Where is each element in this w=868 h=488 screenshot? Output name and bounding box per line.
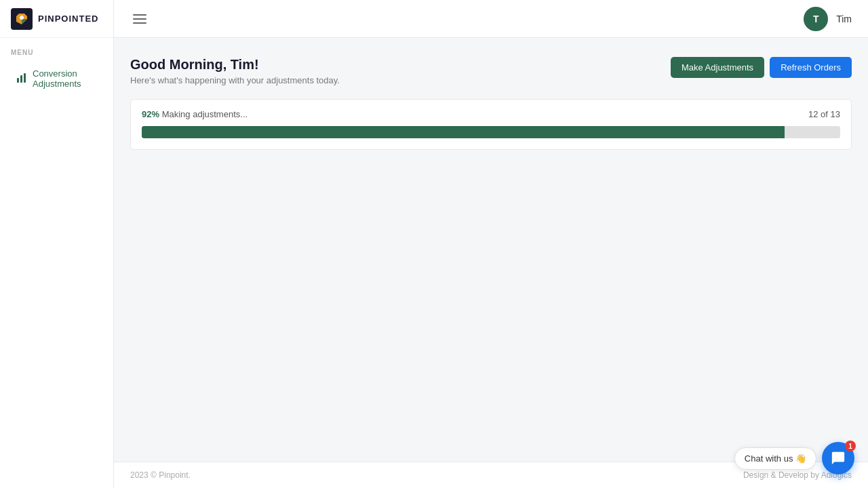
- progress-count: 12 of 13: [808, 109, 840, 119]
- sidebar-item-label: Conversion Adjustments: [33, 68, 97, 89]
- chat-icon: [831, 451, 846, 466]
- logo-icon: [11, 8, 33, 30]
- avatar: T: [804, 7, 828, 31]
- progress-percent: 92%: [142, 109, 159, 119]
- greeting-title: Good Morning, Tim!: [130, 57, 340, 73]
- sidebar-menu-label: MENU: [0, 38, 113, 62]
- hamburger-button[interactable]: [130, 12, 149, 26]
- svg-rect-3: [20, 75, 22, 83]
- sidebar-item-conversion-adjustments[interactable]: Conversion Adjustments: [5, 62, 108, 96]
- content-area: Good Morning, Tim! Here's what's happeni…: [114, 38, 868, 462]
- svg-point-1: [20, 16, 24, 20]
- hamburger-line-1: [133, 14, 146, 16]
- make-adjustments-button[interactable]: Make Adjustments: [671, 57, 764, 78]
- main-content: T Tim Good Morning, Tim! Here's what's h…: [114, 0, 868, 488]
- chat-button[interactable]: 1: [822, 442, 854, 474]
- content-header: Good Morning, Tim! Here's what's happeni…: [130, 57, 852, 85]
- chat-badge: 1: [845, 441, 856, 451]
- greeting-subtitle: Here's what's happening with your adjust…: [130, 75, 340, 85]
- progress-bar-background: [142, 126, 840, 138]
- progress-header: 92% Making adjustments... 12 of 13: [142, 109, 840, 119]
- sidebar: PINPOINTED MENU Conversion Adjustments: [0, 0, 114, 488]
- progress-status-text: Making adjustments...: [162, 109, 248, 119]
- progress-label: 92% Making adjustments...: [142, 109, 248, 119]
- svg-rect-4: [24, 73, 26, 83]
- hamburger-line-3: [133, 22, 146, 24]
- footer-copyright: 2023 © Pinpoint.: [130, 470, 191, 480]
- topbar: T Tim: [114, 0, 868, 38]
- greeting-block: Good Morning, Tim! Here's what's happeni…: [130, 57, 340, 85]
- hamburger-line-2: [133, 18, 146, 20]
- logo-area: PINPOINTED: [0, 0, 113, 38]
- header-buttons: Make Adjustments Refresh Orders: [671, 57, 852, 78]
- user-name: Tim: [836, 14, 852, 24]
- svg-rect-2: [17, 78, 19, 83]
- user-area[interactable]: T Tim: [804, 7, 852, 31]
- progress-bar-fill: [142, 126, 785, 138]
- bar-chart-icon: [16, 73, 27, 85]
- refresh-orders-button[interactable]: Refresh Orders: [770, 57, 852, 78]
- progress-card: 92% Making adjustments... 12 of 13: [130, 99, 852, 150]
- chat-widget: Chat with us 👋 1: [734, 442, 854, 474]
- logo-text: PINPOINTED: [38, 14, 98, 24]
- chat-label: Chat with us 👋: [734, 447, 816, 470]
